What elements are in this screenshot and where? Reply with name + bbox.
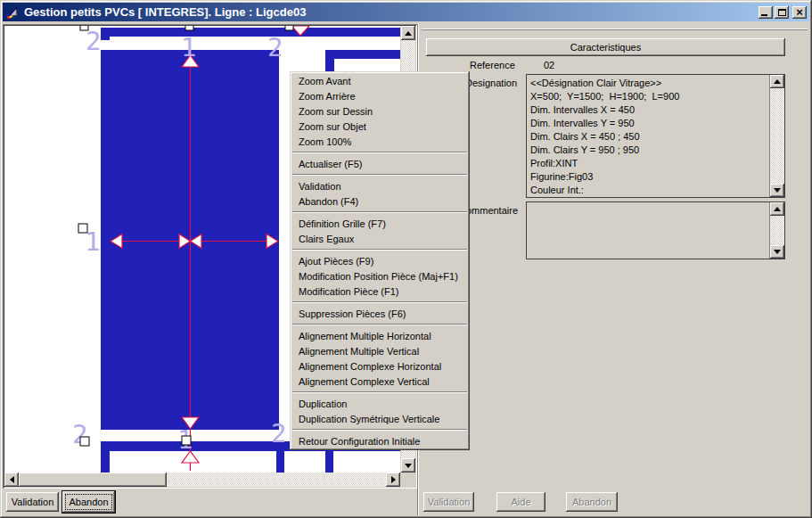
scroll-up-button[interactable] [770, 75, 784, 88]
arrow-up-icon [405, 31, 412, 36]
caracteristiques-header[interactable]: Caracteristiques [426, 38, 785, 56]
menu-item-modification-piece[interactable]: Modification Pièce (F1) [291, 284, 468, 299]
menu-item-duplication[interactable]: Duplication [291, 396, 468, 411]
menu-item-definition-grille[interactable]: Définition Grille (F7) [291, 216, 468, 231]
abandon-button[interactable]: Abandon [62, 491, 115, 513]
menu-item-actualiser[interactable]: Actualiser (F5) [291, 156, 468, 171]
arrow-down-icon [774, 250, 781, 254]
selection-handle[interactable] [285, 26, 293, 30]
arrow-left-icon [10, 476, 14, 483]
designation-text: <<Désignation Clair Vitrage>> X=500; Y=1… [527, 75, 769, 197]
arrow-down-icon [774, 188, 781, 193]
minimize-button[interactable] [759, 6, 773, 19]
app-window: Gestion petits PVCs [ INTEGRES]. Ligne :… [0, 0, 812, 518]
selection-handle[interactable] [185, 26, 193, 30]
designation-label: Designation [465, 78, 517, 88]
menu-item-alignement-complexe-horizontal[interactable]: Alignement Complexe Horizontal [291, 358, 468, 374]
validation-button[interactable]: Validation [6, 492, 59, 512]
menu-item-zoom-arriere[interactable]: Zoom Arrière [291, 88, 468, 103]
scroll-up-button[interactable] [401, 26, 415, 40]
designation-textarea[interactable]: <<Désignation Clair Vitrage>> X=500; Y=1… [526, 74, 785, 198]
scroll-left-button[interactable] [4, 473, 19, 487]
menu-item-abandon[interactable]: Abandon (F4) [291, 193, 468, 209]
menu-separator [292, 249, 467, 251]
scroll-down-button[interactable] [401, 458, 415, 473]
arrow-down-icon [405, 464, 412, 468]
menu-item-ajout-pieces[interactable]: Ajout Pièces (F9) [291, 253, 468, 268]
scroll-right-button[interactable] [386, 473, 400, 487]
menu-separator [292, 391, 467, 393]
properties-panel: Caracteristiques Reference 02 Designatio… [419, 24, 809, 515]
menu-item-zoom-sur-dessin[interactable]: Zoom sur Dessin [291, 103, 468, 119]
selection-handle[interactable] [78, 224, 87, 233]
sash2-top-rail[interactable] [325, 50, 400, 59]
reference-label: Reference [470, 60, 515, 70]
menu-item-alignement-multiple-horizontal[interactable]: Alignement Multiple Horizontal [291, 328, 468, 343]
menu-item-clairs-egaux[interactable]: Clairs Egaux [291, 231, 468, 246]
menu-item-retour-configuration-initiale[interactable]: Retour Configuration Initiale [291, 433, 468, 448]
cell-label: 2 [271, 418, 286, 448]
menu-item-zoom-avant[interactable]: Zoom Avant [291, 73, 468, 88]
panel-validation-button[interactable]: Validation [423, 492, 474, 512]
menu-separator [292, 324, 467, 325]
menu-item-alignement-multiple-vertical[interactable]: Alignement Multiple Vertical [291, 343, 468, 358]
panel-aide-button[interactable]: Aide [496, 492, 545, 512]
context-menu: Zoom Avant Zoom Arrière Zoom sur Dessin … [290, 71, 470, 450]
menu-item-duplication-symetrique-verticale[interactable]: Duplication Symétrique Verticale [291, 411, 468, 426]
frame-bottom-stub-mid [276, 451, 284, 473]
frame-bottom-stub-right [325, 451, 333, 473]
menu-separator [292, 429, 467, 431]
menu-item-zoom-100[interactable]: Zoom 100% [291, 134, 468, 149]
selection-handle[interactable] [182, 436, 191, 445]
scroll-up-button[interactable] [770, 202, 784, 216]
menu-item-zoom-sur-objet[interactable]: Zoom sur Objet [291, 119, 468, 134]
menu-item-validation[interactable]: Validation [291, 178, 468, 193]
scrollbar-corner [401, 473, 415, 487]
title-bar[interactable]: Gestion petits PVCs [ INTEGRES]. Ligne :… [3, 3, 809, 21]
caracteristiques-label: Caracteristiques [570, 42, 641, 53]
reference-value: 02 [544, 60, 554, 70]
arrow-up-icon [774, 207, 781, 211]
menu-item-suppression-pieces[interactable]: Suppression Pièces (F6) [291, 306, 468, 321]
designation-scrollbar[interactable] [769, 75, 784, 197]
frame-top-rail-end [101, 37, 110, 40]
panel-abandon-button[interactable]: Abandon [566, 492, 618, 512]
selection-handle[interactable] [80, 437, 89, 446]
horizontal-scrollbar[interactable] [4, 473, 400, 487]
maximize-icon [778, 9, 786, 16]
menu-item-alignement-complexe-vertical[interactable]: Alignement Complexe Vertical [291, 374, 468, 389]
menu-separator [292, 174, 467, 176]
menu-separator [292, 211, 467, 213]
menu-item-modification-position-piece[interactable]: Modification Position Pièce (Maj+F1) [291, 268, 468, 284]
close-button[interactable]: × [792, 6, 807, 19]
scroll-down-button[interactable] [770, 184, 784, 197]
panel-top-groove [422, 29, 808, 30]
menu-separator [292, 152, 467, 153]
cell-label: 1 [181, 32, 196, 62]
abandon-button-default[interactable]: Abandon [62, 490, 116, 514]
commentaire-textarea[interactable] [526, 201, 785, 259]
menu-separator [292, 301, 467, 303]
close-icon: × [796, 7, 803, 18]
selection-handle[interactable] [80, 26, 88, 30]
cell-label: 2 [267, 32, 283, 62]
maximize-button[interactable] [775, 6, 789, 19]
commentaire-text [527, 202, 769, 259]
minimize-icon [761, 14, 767, 16]
arrow-up-icon [774, 79, 781, 84]
frame-bottom-stub-left [101, 451, 110, 473]
commentaire-scrollbar[interactable] [769, 202, 784, 259]
scroll-down-button[interactable] [770, 245, 784, 259]
window-title: Gestion petits PVCs [ INTEGRES]. Ligne :… [24, 5, 306, 19]
frame-top-rail[interactable] [101, 28, 400, 37]
app-icon [5, 5, 20, 20]
horizontal-scroll-thumb[interactable] [19, 473, 167, 487]
arrow-right-icon [391, 476, 396, 483]
